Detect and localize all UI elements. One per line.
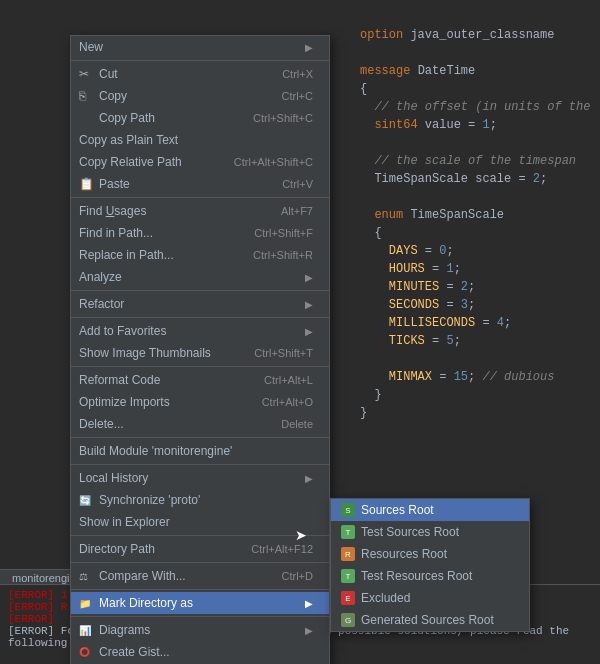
replace-path-shortcut: Ctrl+Shift+R <box>253 249 313 261</box>
menu-item-refactor[interactable]: Refactor ▶ <box>71 293 329 315</box>
synchronize-label: Synchronize 'proto' <box>99 493 200 507</box>
copy-label: Copy <box>99 89 127 103</box>
analyze-arrow-icon: ▶ <box>305 272 313 283</box>
menu-item-build-module[interactable]: Build Module 'monitorengine' <box>71 440 329 462</box>
menu-separator-5 <box>71 366 329 367</box>
thumbnails-shortcut: Ctrl+Shift+T <box>254 347 313 359</box>
mark-directory-submenu: S Sources Root T Test Sources Root R Res… <box>330 498 530 632</box>
menu-item-show-explorer[interactable]: Show in Explorer <box>71 511 329 533</box>
menu-item-reformat[interactable]: Reformat Code Ctrl+Alt+L <box>71 369 329 391</box>
excluded-label: Excluded <box>361 591 410 605</box>
reformat-label: Reformat Code <box>79 373 160 387</box>
local-history-label: Local History <box>79 471 148 485</box>
menu-separator-4 <box>71 317 329 318</box>
menu-item-compare-with[interactable]: ⚖ Compare With... Ctrl+D <box>71 565 329 587</box>
menu-item-create-gist[interactable]: ⭕ Create Gist... <box>71 641 329 663</box>
submenu-pointer-arrow: ➤ <box>295 527 307 543</box>
history-arrow-icon: ▶ <box>305 473 313 484</box>
menu-item-directory-path[interactable]: Directory Path Ctrl+Alt+F12 <box>71 538 329 560</box>
gist-icon: ⭕ <box>79 647 93 657</box>
cut-shortcut: Ctrl+X <box>282 68 313 80</box>
menu-item-synchronize[interactable]: 🔄 Synchronize 'proto' <box>71 489 329 511</box>
submenu-item-generated-sources-root[interactable]: G Generated Sources Root <box>331 609 529 631</box>
paste-icon: 📋 <box>79 177 93 191</box>
menu-item-replace-path[interactable]: Replace in Path... Ctrl+Shift+R <box>71 244 329 266</box>
create-gist-label: Create Gist... <box>99 645 170 659</box>
test-resources-root-label: Test Resources Root <box>361 569 472 583</box>
delete-label: Delete... <box>79 417 124 431</box>
menu-separator-11 <box>71 616 329 617</box>
reformat-shortcut: Ctrl+Alt+L <box>264 374 313 386</box>
menu-item-mark-directory[interactable]: 📁 Mark Directory as ▶ <box>71 592 329 614</box>
sources-root-label: Sources Root <box>361 503 434 517</box>
menu-separator-1 <box>71 60 329 61</box>
delete-shortcut: Delete <box>281 418 313 430</box>
menu-item-copy-plain[interactable]: Copy as Plain Text <box>71 129 329 151</box>
menu-item-paste[interactable]: 📋 Paste Ctrl+V <box>71 173 329 195</box>
copy-relative-label: Copy Relative Path <box>79 155 182 169</box>
menu-item-new[interactable]: New ▶ <box>71 36 329 58</box>
menu-separator-10 <box>71 589 329 590</box>
menu-item-find-path[interactable]: Find in Path... Ctrl+Shift+F <box>71 222 329 244</box>
sources-root-icon: S <box>341 503 355 517</box>
copy-shortcut: Ctrl+C <box>282 90 313 102</box>
cut-icon: ✂ <box>79 67 93 81</box>
copy-path-shortcut: Ctrl+Shift+C <box>253 112 313 124</box>
show-explorer-label: Show in Explorer <box>79 515 170 529</box>
directory-path-shortcut: Ctrl+Alt+F12 <box>251 543 313 555</box>
test-sources-icon: T <box>341 525 355 539</box>
resources-root-label: Resources Root <box>361 547 447 561</box>
context-menu: New ▶ ✂ Cut Ctrl+X ⎘ Copy Ctrl+C Copy Pa… <box>70 35 330 664</box>
paste-shortcut: Ctrl+V <box>282 178 313 190</box>
test-resources-icon: T <box>341 569 355 583</box>
menu-item-cut[interactable]: ✂ Cut Ctrl+X <box>71 63 329 85</box>
menu-item-copy-path[interactable]: Copy Path Ctrl+Shift+C <box>71 107 329 129</box>
find-path-shortcut: Ctrl+Shift+F <box>254 227 313 239</box>
directory-path-label: Directory Path <box>79 542 155 556</box>
find-usages-label: Find Usages <box>79 204 146 218</box>
compare-shortcut: Ctrl+D <box>282 570 313 582</box>
menu-separator-9 <box>71 562 329 563</box>
menu-item-add-favorites[interactable]: Add to Favorites ▶ <box>71 320 329 342</box>
mark-directory-label: Mark Directory as <box>99 596 193 610</box>
submenu-item-test-sources-root[interactable]: T Test Sources Root <box>331 521 529 543</box>
mark-icon: 📁 <box>79 598 93 609</box>
submenu-item-test-resources-root[interactable]: T Test Resources Root <box>331 565 529 587</box>
menu-item-delete[interactable]: Delete... Delete <box>71 413 329 435</box>
find-path-label: Find in Path... <box>79 226 153 240</box>
generated-icon: G <box>341 613 355 627</box>
resources-icon: R <box>341 547 355 561</box>
copy-plain-label: Copy as Plain Text <box>79 133 178 147</box>
menu-item-copy-relative[interactable]: Copy Relative Path Ctrl+Alt+Shift+C <box>71 151 329 173</box>
submenu-item-resources-root[interactable]: R Resources Root <box>331 543 529 565</box>
menu-separator-7 <box>71 464 329 465</box>
menu-item-copy[interactable]: ⎘ Copy Ctrl+C <box>71 85 329 107</box>
submenu-item-excluded[interactable]: E Excluded <box>331 587 529 609</box>
diagrams-icon: 📊 <box>79 625 93 636</box>
copy-relative-shortcut: Ctrl+Alt+Shift+C <box>234 156 313 168</box>
submenu-arrow-icon: ▶ <box>305 42 313 53</box>
generated-sources-root-label: Generated Sources Root <box>361 613 494 627</box>
menu-item-show-thumbnails[interactable]: Show Image Thumbnails Ctrl+Shift+T <box>71 342 329 364</box>
submenu-item-sources-root[interactable]: S Sources Root <box>331 499 529 521</box>
refactor-label: Refactor <box>79 297 124 311</box>
find-usages-shortcut: Alt+F7 <box>281 205 313 217</box>
diagrams-arrow-icon: ▶ <box>305 625 313 636</box>
mark-arrow-icon: ▶ <box>305 598 313 609</box>
menu-item-analyze[interactable]: Analyze ▶ <box>71 266 329 288</box>
menu-item-local-history[interactable]: Local History ▶ <box>71 467 329 489</box>
menu-separator-3 <box>71 290 329 291</box>
menu-separator-2 <box>71 197 329 198</box>
menu-item-optimize[interactable]: Optimize Imports Ctrl+Alt+O <box>71 391 329 413</box>
menu-separator-8 <box>71 535 329 536</box>
sync-icon: 🔄 <box>79 495 93 506</box>
new-label: New <box>79 40 103 54</box>
favorites-arrow-icon: ▶ <box>305 326 313 337</box>
show-thumbnails-label: Show Image Thumbnails <box>79 346 211 360</box>
copy-icon: ⎘ <box>79 89 93 103</box>
menu-item-find-usages[interactable]: Find Usages Alt+F7 <box>71 200 329 222</box>
menu-item-diagrams[interactable]: 📊 Diagrams ▶ <box>71 619 329 641</box>
analyze-label: Analyze <box>79 270 122 284</box>
refactor-arrow-icon: ▶ <box>305 299 313 310</box>
build-module-label: Build Module 'monitorengine' <box>79 444 232 458</box>
